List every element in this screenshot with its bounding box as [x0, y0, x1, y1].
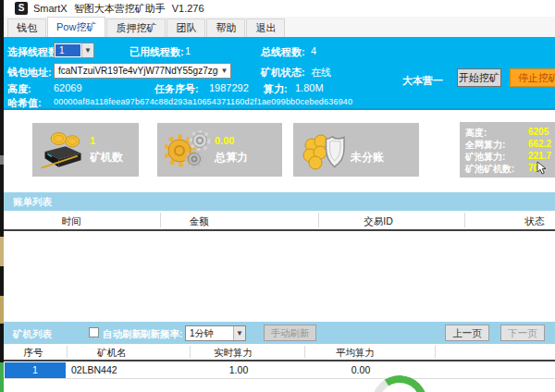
hashrate-label: 算力: — [264, 82, 288, 96]
tab-exit[interactable]: 退出 — [246, 18, 285, 37]
pool-hashrate-label: 矿池算力: — [465, 151, 505, 164]
product-name: 智图大本营挖矿助手 — [74, 3, 166, 14]
total-threads-label: 总线程数: — [261, 45, 305, 59]
col-transaction-id[interactable]: 交易ID — [364, 215, 393, 228]
gears-icon — [165, 130, 211, 175]
row-average-hashrate: 0.00 — [352, 364, 370, 375]
stop-mining-button[interactable]: 停止挖矿 — [510, 68, 555, 87]
chevron-down-icon: ▼ — [81, 43, 93, 57]
start-mining-button[interactable]: 开始挖矿 — [457, 68, 501, 87]
used-threads-value: 1 — [185, 45, 191, 56]
tab-wallet[interactable]: 钱包 — [7, 18, 46, 37]
pool-miner-count-label: 矿池矿机数: — [465, 163, 514, 176]
wallet-address-value: fcaNTzuiVR19Te4vYjW77NdY55gz7zgdW — [55, 64, 218, 78]
col-time[interactable]: 时间 — [62, 215, 81, 228]
miner-status-label: 矿机状态: — [261, 66, 305, 80]
col-seq[interactable]: 序号 — [24, 347, 43, 360]
tab-pow-mining[interactable]: Pow挖矿 — [47, 17, 105, 37]
unallocated-card: 未分账 — [293, 123, 419, 177]
unallocated-label: 未分账 — [351, 150, 384, 165]
auto-refresh-label: 自动刷新 — [103, 328, 142, 341]
wallet-address-select[interactable]: fcaNTzuiVR19Te4vYjW77NdY55gz7zgdW ▼ — [54, 63, 231, 79]
total-hashrate-value: 0.00 — [215, 135, 234, 146]
col-average-hashrate[interactable]: 平均算力 — [336, 347, 375, 360]
refresh-rate-select[interactable]: 1分钟 ▼ — [185, 325, 246, 341]
app-version: V1.276 — [172, 3, 204, 14]
refresh-rate-label: 刷新频率: — [141, 328, 183, 341]
miner-table-header: 序号 矿机名 实时算力 平均算力 — [4, 344, 555, 361]
mouse-cursor-icon — [536, 161, 547, 178]
window-title: SmartX智图大本营挖矿助手V1.276 — [33, 0, 211, 17]
network-hashrate-label: 全网算力: — [465, 139, 505, 152]
bill-table-body — [4, 231, 555, 322]
miner-count-value: 1 — [90, 135, 95, 146]
app-logo-icon: S — [15, 2, 28, 15]
hash-value: 00000af8a118feea97b674c88d293a1065437116… — [54, 97, 352, 106]
bill-list-title: 账单列表 — [13, 196, 52, 209]
row-miner-name: 02LBN442 — [71, 364, 117, 375]
hash-label: 哈希值: — [7, 96, 42, 110]
thread-count-select[interactable]: 1 ▼ — [54, 43, 94, 58]
refresh-rate-value: 1分钟 — [186, 326, 233, 340]
auto-refresh-checkbox[interactable] — [89, 327, 99, 337]
wallet-address-label: 钱包地址: — [7, 66, 52, 80]
used-threads-label: 已用线程数: — [130, 45, 184, 59]
app-name: SmartX — [33, 3, 68, 14]
thread-count-value: 1 — [56, 44, 80, 56]
col-miner-name[interactable]: 矿机名 — [97, 347, 127, 360]
col-amount[interactable]: 金额 — [190, 215, 209, 228]
chevron-down-icon: ▼ — [218, 64, 230, 78]
tab-help[interactable]: 帮助 — [206, 18, 245, 37]
bill-table-header: 时间 金额 交易ID 状态 — [4, 211, 555, 231]
next-page-button[interactable]: 下一页 — [500, 325, 545, 341]
pool-height-value: 6205 — [528, 127, 549, 137]
coins-shield-icon — [301, 130, 349, 175]
title-bar: S SmartX智图大本营挖矿助手V1.276 — [4, 0, 555, 17]
col-realtime-hashrate[interactable]: 实时算力 — [214, 347, 253, 360]
tab-team[interactable]: 团队 — [166, 18, 205, 37]
col-status[interactable]: 状态 — [525, 215, 545, 228]
mining-panel: 选择线程数: 1 ▼ 已用线程数: 1 总线程数: 4 钱包地址: fcaNTz… — [4, 37, 555, 110]
tab-bar: 钱包 Pow挖矿 质押挖矿 团队 帮助 退出 — [4, 17, 555, 37]
miner-rig-icon — [40, 130, 88, 175]
network-hashrate-value: 662.2 — [528, 139, 551, 149]
height-value: 62069 — [54, 82, 82, 93]
total-hashrate-label: 总算力 — [215, 150, 248, 165]
miner-status-value: 在线 — [311, 66, 331, 80]
miner-count-label: 矿机数 — [90, 150, 123, 165]
camp-name: 大本营一 — [402, 74, 443, 88]
total-threads-value: 4 — [311, 45, 316, 56]
pool-hashrate-value: 221.7 — [528, 151, 551, 161]
prev-page-button[interactable]: 上一页 — [445, 325, 489, 341]
total-hashrate-card: 0.00 总算力 — [157, 123, 282, 177]
task-number-label: 任务序号: — [154, 82, 199, 96]
height-label: 高度: — [7, 82, 31, 96]
pool-height-label: 高度: — [465, 127, 487, 140]
miner-table-row[interactable]: 1 02LBN442 1.00 0.00 — [4, 361, 555, 379]
tab-stake-mining[interactable]: 质押挖矿 — [106, 18, 166, 37]
manual-refresh-button[interactable]: 手动刷新 — [264, 325, 316, 341]
row-realtime-hashrate: 1.00 — [229, 364, 248, 375]
miner-list-title: 矿机列表 — [13, 328, 52, 341]
miner-list-bar: 矿机列表 自动刷新 刷新频率: 1分钟 ▼ 手动刷新 上一页 下一页 — [4, 322, 555, 344]
bill-list-bar: 账单列表 — [4, 192, 555, 211]
hashrate-value: 1.80M — [295, 82, 324, 93]
miner-count-card: 1 矿机数 — [32, 123, 139, 177]
row-seq-cell: 1 — [5, 362, 66, 378]
task-number-value: 1987292 — [209, 82, 249, 93]
chevron-down-icon: ▼ — [233, 326, 245, 340]
